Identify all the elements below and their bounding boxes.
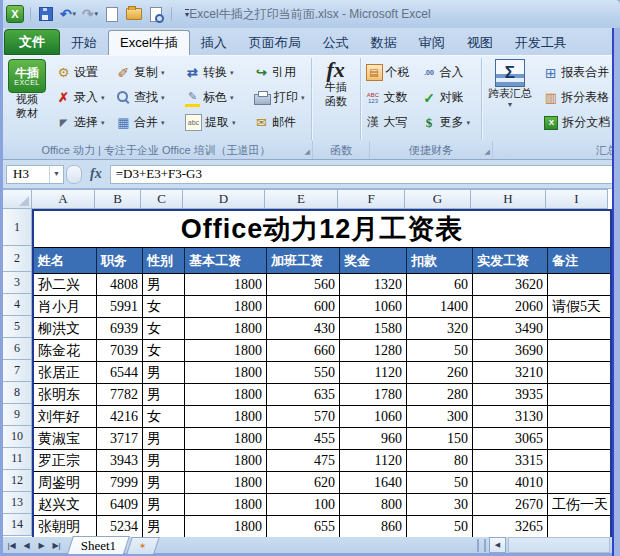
ribbon-button-对账[interactable]: 对账 bbox=[419, 85, 479, 110]
cell[interactable]: 3210 bbox=[473, 362, 548, 384]
ribbon-button-报表合并[interactable]: 报表合并 bbox=[540, 60, 618, 85]
table-title-cell[interactable]: Office动力12月工资表 bbox=[34, 211, 610, 248]
cell[interactable]: 陈金花 bbox=[34, 340, 97, 362]
dialog-launcher-icon[interactable]: ◢ bbox=[485, 148, 490, 156]
cell[interactable]: 30 bbox=[407, 494, 473, 516]
cell[interactable] bbox=[548, 516, 610, 538]
cell[interactable]: 周鉴明 bbox=[34, 472, 97, 494]
column-header-G[interactable]: G bbox=[405, 189, 471, 209]
cell[interactable]: 工伤一天 bbox=[548, 494, 610, 516]
horizontal-scrollbar[interactable] bbox=[508, 537, 610, 553]
header-cell-备注[interactable]: 备注 bbox=[548, 248, 610, 274]
new-file-button[interactable] bbox=[103, 5, 121, 23]
cell[interactable]: 6409 bbox=[97, 494, 143, 516]
cell[interactable]: 320 bbox=[407, 318, 473, 340]
cell[interactable]: 黄淑宝 bbox=[34, 428, 97, 450]
cell[interactable]: 430 bbox=[267, 318, 340, 340]
insert-worksheet-button[interactable]: ✶ bbox=[127, 537, 161, 554]
name-box[interactable]: H3 ▼ bbox=[6, 165, 64, 184]
tab-视图[interactable]: 视图 bbox=[456, 31, 504, 55]
tab-file[interactable]: 文件 bbox=[4, 29, 60, 55]
hscroll-left-arrow[interactable]: ◀ bbox=[489, 537, 506, 553]
cell[interactable]: 3717 bbox=[97, 428, 143, 450]
tab-Excel牛插[interactable]: Excel牛插 bbox=[108, 30, 190, 55]
row-header-8[interactable]: 8 bbox=[3, 382, 32, 404]
dialog-launcher-icon[interactable]: ◢ bbox=[305, 148, 310, 156]
header-cell-实发工资[interactable]: 实发工资 bbox=[473, 248, 548, 274]
cell[interactable]: 560 bbox=[267, 274, 340, 296]
cell[interactable]: 4216 bbox=[97, 406, 143, 428]
column-header-H[interactable]: H bbox=[471, 189, 546, 209]
formula-bar-divider[interactable] bbox=[66, 165, 82, 184]
header-cell-加班工资[interactable]: 加班工资 bbox=[267, 248, 340, 274]
cell[interactable]: 肖小月 bbox=[34, 296, 97, 318]
column-header-I[interactable]: I bbox=[546, 189, 608, 209]
cell[interactable]: 5234 bbox=[97, 516, 143, 538]
cell[interactable]: 3490 bbox=[473, 318, 548, 340]
cell[interactable]: 600 bbox=[267, 296, 340, 318]
cell[interactable]: 1400 bbox=[407, 296, 473, 318]
cell[interactable]: 女 bbox=[143, 318, 185, 340]
tab-审阅[interactable]: 审阅 bbox=[408, 31, 456, 55]
cross-sheet-sum-button[interactable]: 跨表汇总 ▼ bbox=[481, 56, 538, 142]
next-sheet-button[interactable]: ▶ bbox=[34, 538, 49, 553]
column-header-C[interactable]: C bbox=[141, 189, 183, 209]
prev-sheet-button[interactable]: ◀ bbox=[19, 538, 34, 553]
header-cell-性别[interactable]: 性别 bbox=[143, 248, 185, 274]
active-cell[interactable]: 3620 bbox=[473, 274, 548, 296]
first-sheet-button[interactable]: |◀ bbox=[4, 538, 19, 553]
select-all-corner[interactable] bbox=[3, 189, 32, 209]
cell[interactable]: 刘年好 bbox=[34, 406, 97, 428]
tab-split-handle[interactable] bbox=[477, 539, 486, 552]
ribbon-button-选择[interactable]: 选择▾ bbox=[53, 110, 109, 135]
cell[interactable]: 1800 bbox=[185, 274, 267, 296]
cell[interactable]: 1780 bbox=[340, 384, 407, 406]
cell[interactable] bbox=[548, 406, 610, 428]
cell[interactable]: 女 bbox=[143, 406, 185, 428]
cell[interactable]: 1800 bbox=[185, 450, 267, 472]
cell[interactable] bbox=[548, 274, 610, 296]
cell[interactable]: 150 bbox=[407, 428, 473, 450]
cell[interactable]: 1640 bbox=[340, 472, 407, 494]
row-header-9[interactable]: 9 bbox=[3, 404, 32, 426]
formula-input[interactable]: =D3+E3+F3-G3 bbox=[110, 165, 618, 184]
ribbon-button-转换[interactable]: 转换▾ bbox=[182, 60, 247, 85]
cell[interactable]: 2060 bbox=[473, 296, 548, 318]
ribbon-button-邮件[interactable]: 邮件 bbox=[251, 110, 309, 135]
cell[interactable]: 1120 bbox=[340, 362, 407, 384]
cell[interactable]: 455 bbox=[267, 428, 340, 450]
excel-logo-icon[interactable]: X bbox=[6, 5, 24, 23]
row-header-5[interactable]: 5 bbox=[3, 316, 32, 338]
open-button[interactable] bbox=[125, 5, 143, 23]
last-sheet-button[interactable]: ▶| bbox=[49, 538, 64, 553]
cell[interactable]: 50 bbox=[407, 516, 473, 538]
header-cell-姓名[interactable]: 姓名 bbox=[34, 248, 97, 274]
ribbon-button-更多[interactable]: 更多▾ bbox=[419, 110, 479, 135]
cell[interactable]: 1800 bbox=[185, 494, 267, 516]
ribbon-button-拆分表格[interactable]: 拆分表格 bbox=[540, 85, 618, 110]
ribbon-button-录入[interactable]: 录入▾ bbox=[53, 85, 109, 110]
cell[interactable]: 男 bbox=[143, 274, 185, 296]
cell[interactable]: 860 bbox=[340, 516, 407, 538]
column-header-F[interactable]: F bbox=[338, 189, 405, 209]
cell[interactable]: 260 bbox=[407, 362, 473, 384]
cell[interactable]: 280 bbox=[407, 384, 473, 406]
ribbon-button-拆分文档[interactable]: 拆分文档 bbox=[540, 110, 618, 135]
header-cell-奖金[interactable]: 奖金 bbox=[340, 248, 407, 274]
ribbon-button-个税[interactable]: 个税 bbox=[363, 60, 419, 85]
row-header-6[interactable]: 6 bbox=[3, 338, 32, 360]
row-header-13[interactable]: 13 bbox=[3, 492, 32, 514]
cell[interactable]: 550 bbox=[267, 362, 340, 384]
cell[interactable] bbox=[548, 340, 610, 362]
cell[interactable]: 1800 bbox=[185, 428, 267, 450]
ribbon-button-文数[interactable]: 文数 bbox=[363, 85, 419, 110]
cell[interactable]: 男 bbox=[143, 494, 185, 516]
cell[interactable]: 女 bbox=[143, 296, 185, 318]
cell[interactable]: 6939 bbox=[97, 318, 143, 340]
cell[interactable] bbox=[548, 362, 610, 384]
cell[interactable]: 660 bbox=[267, 340, 340, 362]
ribbon-button-引用[interactable]: 引用 bbox=[251, 60, 309, 85]
cell[interactable] bbox=[548, 472, 610, 494]
undo-button[interactable]: ▾ bbox=[59, 5, 77, 23]
row-header-12[interactable]: 12 bbox=[3, 470, 32, 492]
